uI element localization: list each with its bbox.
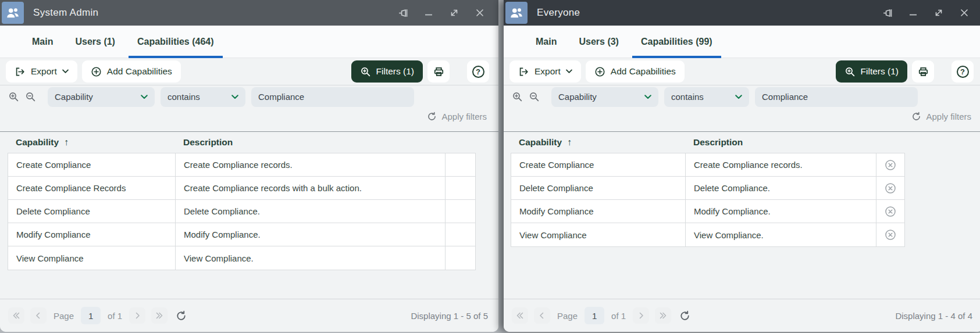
toolbar: Export Add Capabilities Filters (1) ? <box>0 58 498 85</box>
last-page-button[interactable] <box>655 307 671 324</box>
table-header: Capability ↑ Description <box>0 131 498 153</box>
column-header-description[interactable]: Description <box>175 137 445 148</box>
export-icon <box>518 66 529 77</box>
tab-users[interactable]: Users (3) <box>570 26 627 58</box>
filter-field-select[interactable]: Capability <box>551 87 658 107</box>
filter-row: Capability contains <box>0 85 498 108</box>
remove-capability-icon[interactable] <box>885 229 896 241</box>
filter-value-input[interactable] <box>251 87 414 107</box>
plus-circle-icon <box>594 66 605 77</box>
help-button[interactable]: ? <box>467 60 489 83</box>
capability-cell: Create Compliance Records <box>8 177 176 199</box>
close-icon[interactable] <box>474 7 486 19</box>
table-row[interactable]: Create Compliance Create Compliance reco… <box>511 153 904 177</box>
row-actions-cell <box>446 153 475 176</box>
zoom-out-icon[interactable] <box>25 91 36 102</box>
users-group-icon <box>2 2 24 24</box>
table-row[interactable]: Delete Compliance Delete Compliance. <box>8 200 475 223</box>
minimize-icon[interactable] <box>423 7 434 19</box>
prev-page-button[interactable] <box>534 307 550 324</box>
remove-capability-icon[interactable] <box>885 159 896 171</box>
refresh-button[interactable] <box>176 310 187 321</box>
add-capabilities-button[interactable]: Add Capabilities <box>586 60 685 83</box>
tab-users[interactable]: Users (1) <box>66 26 123 58</box>
table-row[interactable]: View Compliance View Compliance. <box>8 246 475 270</box>
row-actions-cell <box>876 153 904 176</box>
filter-operator-select[interactable]: contains <box>664 87 749 107</box>
chevron-down-icon <box>566 69 572 74</box>
pin-icon[interactable] <box>882 7 893 19</box>
zoom-in-icon[interactable] <box>8 91 19 102</box>
table-row[interactable]: Modify Compliance Modify Compliance. <box>511 200 904 223</box>
refresh-button[interactable] <box>679 310 690 321</box>
capability-cell: View Compliance <box>8 246 176 270</box>
titlebar: System Admin <box>0 0 498 26</box>
toolbar: Export Add Capabilities Filters (1) ? <box>504 58 980 85</box>
export-button[interactable]: Export <box>6 60 77 83</box>
close-icon[interactable] <box>958 7 970 19</box>
pin-icon[interactable] <box>397 7 409 19</box>
maximize-icon[interactable] <box>933 7 945 19</box>
column-header-capability[interactable]: Capability ↑ <box>8 137 175 148</box>
printer-icon <box>917 66 929 78</box>
remove-capability-icon[interactable] <box>885 206 896 217</box>
description-cell: Create Compliance records. <box>176 153 446 176</box>
add-capabilities-button[interactable]: Add Capabilities <box>82 60 181 83</box>
print-button[interactable] <box>912 60 934 83</box>
help-button[interactable]: ? <box>952 60 974 83</box>
users-group-icon <box>505 2 528 24</box>
apply-filters-button[interactable]: Apply filters <box>427 112 487 121</box>
row-actions-cell <box>446 200 475 223</box>
remove-capability-icon[interactable] <box>885 182 896 194</box>
table-row[interactable]: Create Compliance Records Create Complia… <box>8 177 475 200</box>
prev-page-button[interactable] <box>30 307 47 324</box>
column-header-capability[interactable]: Capability ↑ <box>511 137 685 148</box>
pagination-bar: Page of 1 Displaying 1 - 5 of 5 <box>0 299 498 332</box>
maximize-icon[interactable] <box>448 7 460 19</box>
table-row[interactable]: Create Compliance Create Compliance reco… <box>8 153 475 177</box>
window-system-admin: System Admin Main Users (1) Capabilities… <box>0 0 498 332</box>
capability-cell: Delete Compliance <box>511 177 686 199</box>
tab-bar: Main Users (3) Capabilities (99) <box>504 26 980 58</box>
page-input[interactable] <box>81 307 101 324</box>
description-cell: Modify Compliance. <box>176 223 446 246</box>
description-cell: Create Compliance records with a bulk ac… <box>176 177 446 199</box>
page-label: Page <box>557 311 578 321</box>
table-row[interactable]: View Compliance View Compliance. <box>511 223 904 246</box>
refresh-icon <box>427 112 437 121</box>
filters-button[interactable]: Filters (1) <box>351 60 423 83</box>
filters-button[interactable]: Filters (1) <box>836 60 907 83</box>
apply-filters-row: Apply filters <box>0 108 498 124</box>
tab-capabilities[interactable]: Capabilities (464) <box>129 26 223 58</box>
sort-asc-icon: ↑ <box>64 137 69 148</box>
tab-main[interactable]: Main <box>23 26 62 58</box>
printer-icon <box>433 66 445 78</box>
filter-field-select[interactable]: Capability <box>48 87 155 107</box>
zoom-in-icon[interactable] <box>512 91 523 102</box>
next-page-button[interactable] <box>633 307 649 324</box>
row-actions-cell <box>446 177 475 199</box>
capability-cell: View Compliance <box>511 223 686 246</box>
page-input[interactable] <box>585 307 604 324</box>
first-page-button[interactable] <box>512 307 528 324</box>
refresh-icon <box>911 112 921 121</box>
apply-filters-button[interactable]: Apply filters <box>911 112 971 121</box>
chevron-down-icon <box>644 95 651 99</box>
filter-operator-select[interactable]: contains <box>161 87 245 107</box>
capability-cell: Create Compliance <box>8 153 176 176</box>
export-button[interactable]: Export <box>509 60 581 83</box>
tab-main[interactable]: Main <box>527 26 565 58</box>
minimize-icon[interactable] <box>907 7 919 19</box>
column-header-description[interactable]: Description <box>685 137 876 148</box>
table-row[interactable]: Modify Compliance Modify Compliance. <box>8 223 475 246</box>
first-page-button[interactable] <box>8 307 24 324</box>
filter-value-input[interactable] <box>755 87 918 107</box>
description-cell: View Compliance. <box>686 223 876 246</box>
table-row[interactable]: Delete Compliance Delete Compliance. <box>511 177 904 200</box>
last-page-button[interactable] <box>151 307 168 324</box>
tab-capabilities[interactable]: Capabilities (99) <box>632 26 721 58</box>
zoom-out-icon[interactable] <box>529 91 540 102</box>
filter-row: Capability contains <box>504 85 980 108</box>
next-page-button[interactable] <box>129 307 145 324</box>
print-button[interactable] <box>427 60 450 83</box>
